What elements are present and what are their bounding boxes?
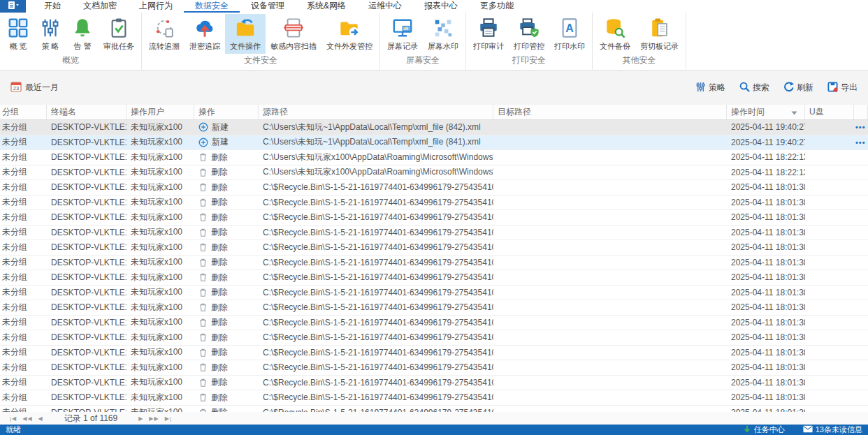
app-menu-button[interactable] <box>0 0 26 13</box>
cell-2: 未知玩家x100 <box>126 360 194 375</box>
fast-next-button[interactable]: ▶▶ <box>149 415 159 422</box>
cell-5 <box>493 120 727 135</box>
cell-0: 未分组 <box>0 346 47 360</box>
cell-3: 删除 <box>194 390 259 405</box>
cell-4: C:\$Recycle.Bin\S-1-5-21-1619774401-6349… <box>259 346 493 360</box>
next-page-button[interactable]: ▶ <box>138 415 143 422</box>
table-row[interactable]: 未分组DESKTOP-VLKTLE1未知玩家x100新建C:\Users\未知玩… <box>0 120 868 135</box>
prev-page-button[interactable]: ◀ <box>38 415 43 422</box>
menu-tab-4[interactable]: 设备管理 <box>240 0 296 13</box>
policy-button[interactable]: 策略 <box>695 82 725 94</box>
table-row[interactable]: 未分组DESKTOP-VLKTLE1未知玩家x100删除C:\$Recycle.… <box>0 316 868 331</box>
ribbon-item-doc-scan[interactable]: 敏感内容扫描 <box>266 14 321 54</box>
refresh-button[interactable]: 刷新 <box>783 82 813 94</box>
cell-0: 未分组 <box>0 270 47 285</box>
menu-tab-8[interactable]: 更多功能 <box>469 0 525 13</box>
first-page-button[interactable]: |◀ <box>10 415 17 422</box>
table-row[interactable]: 未分组DESKTOP-VLKTLE1未知玩家x100删除C:\$Recycle.… <box>0 376 868 391</box>
table-row[interactable]: 未分组DESKTOP-VLKTLE1未知玩家x100删除C:\$Recycle.… <box>0 256 868 271</box>
column-header-3[interactable]: 操作 <box>194 105 259 119</box>
db-search-icon <box>604 17 626 39</box>
ribbon-item-printer-shield[interactable]: 打印管控 <box>509 14 549 54</box>
menu-tab-0[interactable]: 开始 <box>33 0 72 13</box>
trash-icon <box>198 212 208 222</box>
ribbon-item-cloud-track[interactable]: 泄密追踪 <box>185 14 225 54</box>
menu-tab-2[interactable]: 上网行为 <box>128 0 184 13</box>
ribbon-item-folder-back[interactable]: 文件操作 <box>225 14 266 54</box>
ribbon-group-label: 屏幕安全 <box>382 54 463 70</box>
table-row[interactable]: 未分组DESKTOP-VLKTLE1未知玩家x100新建C:\Users\未知玩… <box>0 135 868 151</box>
menu-tab-1[interactable]: 文档加密 <box>72 0 128 13</box>
column-header-6[interactable]: 操作时间 <box>727 105 805 119</box>
table-row[interactable]: 未分组DESKTOP-VLKTLE1未知玩家x100删除C:\Users\未知玩… <box>0 165 868 181</box>
ribbon-item-bell[interactable]: 告 警 <box>66 14 99 54</box>
column-header-8[interactable] <box>854 105 868 119</box>
ribbon-item-clipboard-check[interactable]: 审批任务 <box>99 14 139 54</box>
filter-caret-down-icon[interactable] <box>791 108 800 117</box>
ribbon-item-pixel-watermark[interactable]: 屏幕水印 <box>423 14 463 54</box>
ribbon-item-db-search[interactable]: 文件备份 <box>595 14 635 54</box>
table-row[interactable]: 未分组DESKTOP-VLKTLE1未知玩家x100删除C:\$Recycle.… <box>0 390 868 406</box>
table-row[interactable]: 未分组DESKTOP-VLKTLE1未知玩家x100删除C:\$Recycle.… <box>0 196 868 211</box>
unread-messages-button[interactable]: 13条未读信息 <box>803 425 862 435</box>
ribbon-item-doc-a[interactable]: A打印水印 <box>549 14 590 54</box>
cell-7 <box>805 196 854 210</box>
operation-label: 删除 <box>211 182 228 193</box>
table-row[interactable]: 未分组DESKTOP-VLKTLE1未知玩家x100删除C:\$Recycle.… <box>0 300 868 316</box>
search-button[interactable]: 搜索 <box>739 82 769 94</box>
table-row[interactable]: 未分组DESKTOP-VLKTLE1未知玩家x100删除C:\$Recycle.… <box>0 226 868 241</box>
cell-5 <box>493 300 727 315</box>
task-center-button[interactable]: 任务中心 <box>743 425 785 435</box>
table-row[interactable]: 未分组DESKTOP-VLKTLE1未知玩家x100删除C:\$Recycle.… <box>0 406 868 413</box>
search-icon <box>739 82 750 94</box>
table-row[interactable]: 未分组DESKTOP-VLKTLE1未知玩家x100删除C:\$Recycle.… <box>0 210 868 226</box>
table-row[interactable]: 未分组DESKTOP-VLKTLE1未知玩家x100删除C:\$Recycle.… <box>0 286 868 301</box>
table-row[interactable]: 未分组DESKTOP-VLKTLE1未知玩家x100删除C:\$Recycle.… <box>0 360 868 376</box>
ribbon-item-grid[interactable]: 概 览 <box>2 14 34 54</box>
column-header-4[interactable]: 源路径 <box>259 105 493 119</box>
fast-prev-button[interactable]: ◀◀ <box>22 415 32 422</box>
trash-icon <box>198 408 208 412</box>
last-page-button[interactable]: ▶| <box>165 415 172 422</box>
ribbon-item-sliders[interactable]: 策 略 <box>34 14 66 54</box>
cell-3: 删除 <box>194 150 259 165</box>
cell-0: 未分组 <box>0 226 47 240</box>
menu-tab-5[interactable]: 系统&网络 <box>296 0 357 13</box>
cell-6: 2025-04-11 18:01:38 <box>727 240 805 255</box>
column-header-7[interactable]: U盘 <box>805 105 854 119</box>
cell-0: 未分组 <box>0 210 47 225</box>
clipboard-check-icon <box>108 17 130 39</box>
ribbon-item-monitor[interactable]: 屏幕记录 <box>382 14 423 54</box>
sliders-small-icon <box>695 82 706 94</box>
table-row[interactable]: 未分组DESKTOP-VLKTLE1未知玩家x100删除C:\Users\未知玩… <box>0 150 868 165</box>
column-header-2[interactable]: 操作用户 <box>126 105 194 119</box>
menu-tab-7[interactable]: 报表中心 <box>413 0 469 13</box>
date-range-filter[interactable]: 23 最近一月 <box>10 81 59 94</box>
cell-7 <box>805 135 854 150</box>
ribbon-item-label: 屏幕水印 <box>428 41 458 52</box>
cell-0: 未分组 <box>0 120 47 135</box>
ribbon-item-trace-cycle[interactable]: 流转追溯 <box>144 14 185 54</box>
ribbon-item-printer[interactable]: 打印审计 <box>468 14 509 54</box>
column-header-0[interactable]: 分组 <box>0 105 47 119</box>
cell-6: 2025-04-11 18:01:38 <box>727 406 805 413</box>
table-row[interactable]: 未分组DESKTOP-VLKTLE1未知玩家x100删除C:\$Recycle.… <box>0 330 868 346</box>
column-header-1[interactable]: 终端名 <box>47 105 126 119</box>
cell-7 <box>805 256 854 270</box>
row-more-actions-button[interactable]: ••• <box>855 123 866 131</box>
ribbon-item-clipboard-doc[interactable]: 剪切板记录 <box>635 14 683 54</box>
table-row[interactable]: 未分组DESKTOP-VLKTLE1未知玩家x100删除C:\$Recycle.… <box>0 346 868 361</box>
cell-1: DESKTOP-VLKTLE1 <box>47 150 126 165</box>
column-header-5[interactable]: 目标路径 <box>493 105 727 119</box>
row-more-actions-button[interactable]: ••• <box>855 138 866 147</box>
table-row[interactable]: 未分组DESKTOP-VLKTLE1未知玩家x100删除C:\$Recycle.… <box>0 240 868 256</box>
cell-0: 未分组 <box>0 196 47 210</box>
menu-tab-3[interactable]: 数据安全 <box>184 0 240 13</box>
menu-tab-6[interactable]: 运维中心 <box>357 0 413 13</box>
ribbon-item-folder-out[interactable]: 文件外发管控 <box>321 14 377 54</box>
export-button[interactable]: 导出 <box>827 82 858 94</box>
cell-4: C:\$Recycle.Bin\S-1-5-21-1619774401-6349… <box>259 256 493 270</box>
table-row[interactable]: 未分组DESKTOP-VLKTLE1未知玩家x100删除C:\$Recycle.… <box>0 180 868 196</box>
table-row[interactable]: 未分组DESKTOP-VLKTLE1未知玩家x100删除C:\$Recycle.… <box>0 270 868 286</box>
cell-2: 未知玩家x100 <box>126 165 194 180</box>
